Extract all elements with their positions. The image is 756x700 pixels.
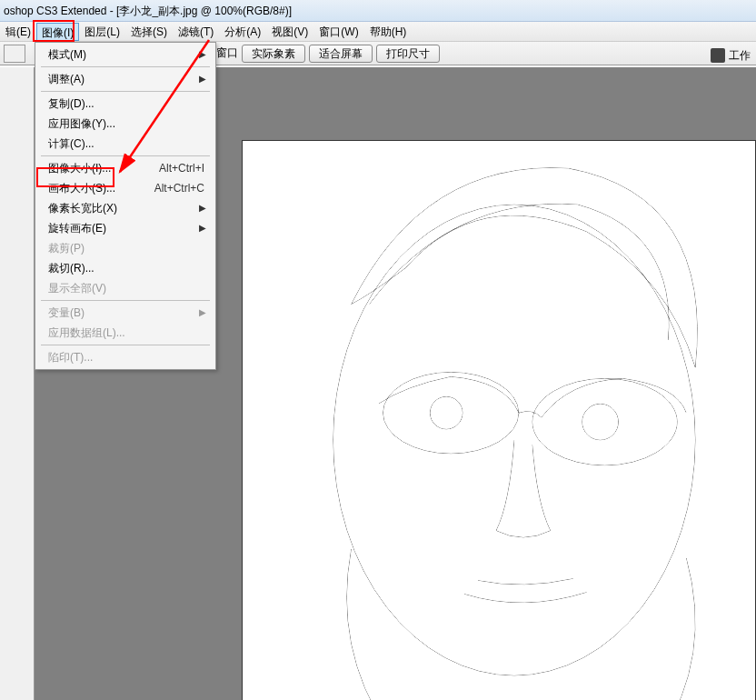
menu-bar: 辑(E) 图像(I) 图层(L) 选择(S) 滤镜(T) 分析(A) 视图(V)… (0, 22, 756, 42)
menu-separator (41, 66, 210, 67)
menu-view[interactable]: 视图(V) (266, 22, 313, 42)
menu-duplicate[interactable]: 复制(D)... (37, 94, 214, 114)
submenu-arrow-icon: ▶ (199, 218, 206, 238)
menu-calculations[interactable]: 计算(C)... (37, 134, 214, 154)
menu-image-size[interactable]: 图像大小(I)...Alt+Ctrl+I (37, 158, 214, 178)
submenu-arrow-icon: ▶ (199, 45, 206, 65)
bridge-icon[interactable] (711, 48, 725, 63)
menu-canvas-size[interactable]: 画布大小(S)...Alt+Ctrl+C (37, 178, 214, 198)
menu-rotate-canvas[interactable]: 旋转画布(E)▶ (37, 218, 214, 238)
menu-separator (41, 345, 210, 345)
left-tool-strip (0, 67, 35, 700)
menu-filter[interactable]: 滤镜(T) (173, 22, 219, 42)
menu-help[interactable]: 帮助(H) (364, 22, 413, 42)
menu-analysis[interactable]: 分析(A) (219, 22, 266, 42)
shortcut-text: Alt+Ctrl+I (159, 158, 204, 178)
menu-reveal-all: 显示全部(V) (37, 278, 214, 298)
image-menu-dropdown: 模式(M)▶ 调整(A)▶ 复制(D)... 应用图像(Y)... 计算(C).… (35, 42, 216, 370)
right-toolbar: 工作 (711, 44, 756, 67)
menu-separator (41, 300, 210, 301)
tool-icon-button[interactable] (4, 45, 25, 63)
workspace-label: 工作 (729, 48, 751, 64)
fit-screen-button[interactable]: 适合屏幕 (309, 45, 373, 63)
menu-window[interactable]: 窗口(W) (313, 22, 363, 42)
menu-apply-image[interactable]: 应用图像(Y)... (37, 114, 214, 134)
window-title: oshop CS3 Extended - [李小龙_副本.jpg @ 100%(… (4, 5, 292, 17)
menu-variables: 变量(B)▶ (37, 303, 214, 323)
menu-separator (41, 91, 210, 92)
menu-edit[interactable]: 辑(E) (0, 22, 36, 42)
submenu-arrow-icon: ▶ (199, 303, 206, 323)
sketch-image (243, 141, 755, 700)
menu-mode[interactable]: 模式(M)▶ (37, 45, 214, 65)
menu-trim[interactable]: 裁切(R)... (37, 258, 214, 278)
svg-rect-0 (243, 141, 755, 700)
menu-layer[interactable]: 图层(L) (79, 22, 125, 42)
submenu-arrow-icon: ▶ (199, 69, 206, 89)
menu-crop: 裁剪(P) (37, 238, 214, 258)
menu-adjustments[interactable]: 调整(A)▶ (37, 69, 214, 89)
menu-pixel-aspect[interactable]: 像素长宽比(X)▶ (37, 198, 214, 218)
menu-image[interactable]: 图像(I) (36, 23, 79, 41)
menu-select[interactable]: 选择(S) (125, 22, 173, 42)
menu-data-sets: 应用数据组(L)... (37, 323, 214, 343)
menu-trap: 陷印(T)... (37, 347, 214, 367)
menu-separator (41, 155, 210, 156)
print-size-button[interactable]: 打印尺寸 (376, 45, 440, 63)
title-bar: oshop CS3 Extended - [李小龙_副本.jpg @ 100%(… (0, 0, 756, 22)
submenu-arrow-icon: ▶ (199, 198, 206, 218)
toolbar-label-window: 窗口 (216, 45, 238, 61)
document-canvas[interactable] (242, 140, 756, 700)
actual-pixels-button[interactable]: 实际象素 (242, 45, 305, 63)
shortcut-text: Alt+Ctrl+C (154, 178, 204, 198)
